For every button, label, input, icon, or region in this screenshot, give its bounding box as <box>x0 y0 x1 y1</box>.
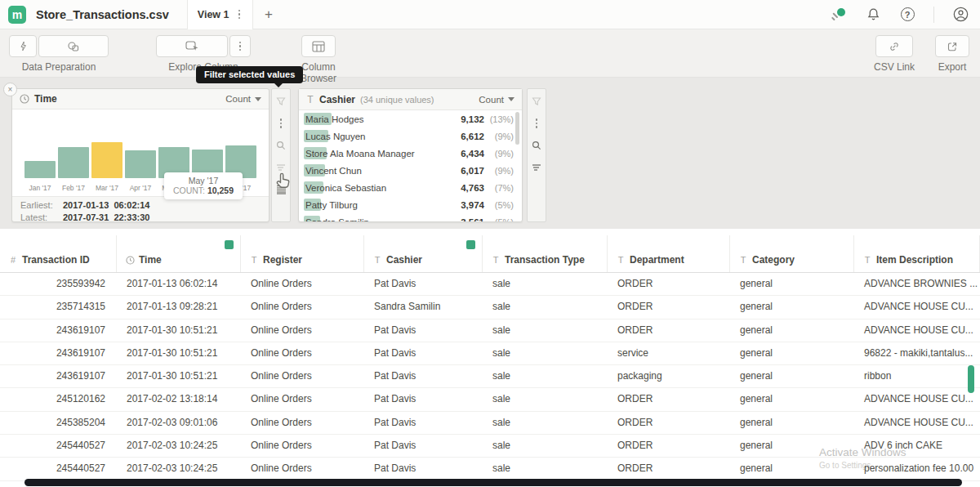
cashier-value-row[interactable]: Vincent Chun6,017(9%) <box>299 162 522 179</box>
app-logo[interactable]: m <box>8 6 26 24</box>
filter-selected-values-icon[interactable] <box>531 96 542 107</box>
column-header-register[interactable]: TRegister <box>241 235 364 272</box>
column-header-category[interactable]: TCategory <box>730 235 854 272</box>
table-cell: general <box>730 388 854 410</box>
sort-icon[interactable] <box>531 162 542 173</box>
explore-column-more-button[interactable] <box>229 35 251 57</box>
data-preparation-label: Data Preparation <box>8 61 109 73</box>
spark-icon[interactable] <box>831 7 847 23</box>
table-cell: ADV 6 inch CAKE <box>854 435 980 457</box>
column-header-department[interactable]: TDepartment <box>608 235 730 272</box>
time-panel-title: Time <box>34 93 57 105</box>
cashier-name: Sandra Samilin <box>305 217 369 222</box>
table-cell: Online Orders <box>241 273 364 295</box>
cashier-count: 6,612 <box>461 132 484 141</box>
more-options-icon[interactable] <box>275 118 287 129</box>
table-cell: sale <box>483 435 608 457</box>
horizontal-scrollbar[interactable] <box>24 479 962 486</box>
table-cell: general <box>730 435 854 457</box>
help-icon[interactable]: ? <box>899 7 915 23</box>
cashier-value-row[interactable]: Lucas Nguyen6,612(9%) <box>299 127 522 145</box>
more-options-icon[interactable] <box>531 118 542 129</box>
cashier-value-row[interactable]: Sandra Samilin3,561(5%) <box>299 213 522 221</box>
table-row[interactable]: 2436191072017-01-30 10:51:21Online Order… <box>0 319 980 342</box>
table-cell: Pat Davis <box>364 412 483 434</box>
table-cell: general <box>730 458 854 480</box>
menu-list-icon[interactable] <box>275 184 287 195</box>
column-header-time[interactable]: Time <box>117 235 241 272</box>
tab-menu-icon[interactable] <box>236 7 243 22</box>
table-row[interactable]: 2454405272017-02-03 10:24:25Online Order… <box>0 435 980 458</box>
text-type-icon: T <box>739 255 747 265</box>
cashier-name: Vincent Chun <box>305 166 362 176</box>
cashier-value-row[interactable]: Patty Tilburg3,974(5%) <box>299 196 522 213</box>
histogram-bar[interactable] <box>58 147 89 178</box>
chevron-down-icon <box>255 97 261 101</box>
table-row[interactable]: 2436191072017-01-30 10:51:21Online Order… <box>0 365 980 388</box>
column-header-cashier[interactable]: TCashier <box>364 235 483 272</box>
cashier-aggregation-dropdown[interactable]: Count <box>479 95 514 105</box>
csv-link-button[interactable] <box>875 35 913 57</box>
filter-applied-badge[interactable] <box>225 240 234 249</box>
text-type-icon: T <box>306 94 314 105</box>
table-cell: general <box>730 365 854 387</box>
earliest-value: 2017-01-13 06:02:14 <box>63 199 149 212</box>
table-row[interactable]: 2436191072017-01-30 10:51:21Online Order… <box>0 342 980 365</box>
cashier-percent: (5%) <box>484 217 514 222</box>
table-cell: ADVANCE HOUSE CU... <box>854 296 980 318</box>
cashier-value-row[interactable]: Store Ala Moana Manager6,434(9%) <box>299 145 522 162</box>
column-browser-button[interactable] <box>301 35 336 57</box>
table-cell: 2017-01-30 10:51:21 <box>117 319 241 342</box>
data-prep-clean-button[interactable] <box>38 35 109 57</box>
text-type-icon: T <box>863 255 871 265</box>
sort-icon[interactable] <box>275 162 287 173</box>
column-header-transaction-id[interactable]: #Transaction ID <box>0 235 117 272</box>
table-cell: ORDER <box>608 435 730 457</box>
table-row[interactable]: 2454405272017-02-03 10:24:25Online Order… <box>0 458 980 480</box>
table-cell: 2017-01-30 10:51:21 <box>117 342 241 364</box>
cashier-percent: (5%) <box>484 200 514 210</box>
table-cell: 245120162 <box>0 388 117 410</box>
column-header-item-description[interactable]: TItem Description <box>854 235 980 272</box>
export-button[interactable] <box>935 35 969 57</box>
profile-icon[interactable] <box>952 7 969 23</box>
topbar-divider <box>933 7 934 23</box>
search-icon[interactable] <box>275 140 287 151</box>
column-label: Category <box>752 254 795 266</box>
histogram-bar[interactable] <box>24 161 56 178</box>
cashier-value-row[interactable]: Veronica Sebastian4,763(7%) <box>299 179 522 196</box>
histogram-bar[interactable] <box>91 142 122 178</box>
column-header-transaction-type[interactable]: TTransaction Type <box>483 235 608 272</box>
filter-selected-values-icon[interactable] <box>275 96 287 107</box>
histogram-bar[interactable] <box>125 150 156 178</box>
close-icon[interactable]: × <box>3 83 17 96</box>
table-row[interactable]: 2355939422017-01-13 06:02:14Online Order… <box>0 273 980 296</box>
table-cell: Pat Davis <box>364 273 483 295</box>
search-icon[interactable] <box>531 140 542 151</box>
explore-column-button[interactable] <box>156 35 228 57</box>
data-prep-bolt-button[interactable] <box>9 35 37 57</box>
number-type-icon: # <box>9 255 17 265</box>
profile-panels-area: × Time Count Jan '17Feb '17Mar '17Apr '1… <box>0 78 980 229</box>
cashier-value-list: Maria Hodges9,132(13%)Lucas Nguyen6,612(… <box>299 110 522 221</box>
table-cell: Pat Davis <box>364 365 483 387</box>
table-cell: ORDER <box>608 458 730 480</box>
table-cell: ORDER <box>608 388 730 410</box>
tab-view-1[interactable]: View 1 <box>187 0 253 29</box>
cashier-list-scrollbar[interactable] <box>515 112 519 145</box>
time-aggregation-dropdown[interactable]: Count <box>225 94 261 104</box>
cashier-value-row[interactable]: Maria Hodges9,132(13%) <box>299 110 522 127</box>
vertical-scrollbar-thumb[interactable] <box>968 365 974 393</box>
table-row[interactable]: 2453852042017-02-03 09:01:06Online Order… <box>0 412 980 435</box>
table-cell: sale <box>483 412 608 434</box>
table-row[interactable]: 2451201622017-02-02 13:18:14Online Order… <box>0 388 980 411</box>
table-cell: sale <box>483 365 608 387</box>
tooltip-count-label: COUNT: <box>173 185 205 195</box>
add-view-button[interactable]: + <box>265 7 273 23</box>
data-grid: #Transaction IDTimeTRegisterTCashierTTra… <box>0 229 980 487</box>
bell-icon[interactable] <box>865 7 881 23</box>
table-cell: 2017-01-13 09:28:21 <box>117 296 241 318</box>
filter-applied-badge[interactable] <box>466 240 475 249</box>
table-cell: 243619107 <box>0 319 117 342</box>
table-row[interactable]: 2357143152017-01-13 09:28:21Online Order… <box>0 296 980 319</box>
